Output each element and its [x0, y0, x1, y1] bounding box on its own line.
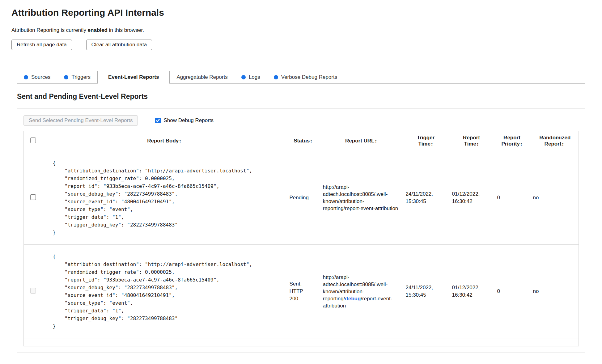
tab-label: Logs: [249, 74, 260, 80]
select-all-header-cell: [24, 131, 42, 151]
report-body-cell: { "attribution_destination": "http://ara…: [42, 151, 286, 245]
report-status: Pending: [290, 194, 311, 201]
column-header-label: Status: [294, 138, 310, 144]
column-header-status[interactable]: Status↕: [286, 131, 320, 151]
show-debug-checkbox[interactable]: [155, 118, 161, 123]
reports-panel: Send Selected Pending Event-Level Report…: [17, 108, 585, 353]
sort-icon: ↕: [375, 138, 377, 143]
tab-label: Aggregatable Reports: [176, 74, 227, 80]
debug-link: debug: [345, 296, 361, 302]
column-header-report-body[interactable]: Report Body↕: [42, 131, 286, 151]
tab-sources[interactable]: Sources: [17, 71, 57, 83]
tab-verbose-debug-reports[interactable]: Verbose Debug Reports: [267, 71, 344, 83]
refresh-all-button[interactable]: Refresh all page data: [11, 40, 72, 50]
report-body-cell: { "attribution_destination": "http://ara…: [42, 245, 286, 338]
tab-triggers[interactable]: Triggers: [57, 71, 97, 83]
main-content: Sources Triggers Event-Level Reports Agg…: [0, 71, 602, 353]
column-header-trigger-time[interactable]: Trigger Time↕: [403, 131, 449, 151]
panel-controls: Send Selected Pending Event-Level Report…: [23, 115, 579, 126]
tab-label: Verbose Debug Reports: [281, 74, 337, 80]
sort-icon: ↕: [520, 141, 523, 146]
report-status-cell: Pending: [286, 151, 320, 245]
column-header-label: Report URL: [345, 138, 374, 144]
header-divider: [8, 57, 601, 57]
report-url-text: http://arapi-adtech.localhost:8085/.well…: [323, 184, 398, 211]
column-header-report-url[interactable]: Report URL↕: [320, 131, 403, 151]
report-status: Sent: HTTP 200: [290, 280, 311, 303]
column-header-label: Randomized Report: [539, 135, 570, 147]
clear-all-button[interactable]: Clear all attribution data: [86, 40, 152, 50]
tab-bar: Sources Triggers Event-Level Reports Agg…: [17, 71, 585, 84]
trigger-time-cell: 24/11/2022, 15:30:45: [403, 151, 449, 245]
column-header-randomized-report[interactable]: Randomized Report↕: [530, 131, 579, 151]
sort-icon: ↕: [562, 141, 564, 146]
column-header-label: Report Priority: [501, 135, 520, 147]
show-debug-label: Show Debug Reports: [163, 117, 214, 124]
sort-icon: ↕: [310, 138, 312, 143]
status-line: Attribution Reporting is currently enabl…: [11, 27, 591, 33]
tab-aggregatable-reports[interactable]: Aggregatable Reports: [170, 71, 234, 83]
report-row-pending: { "attribution_destination": "http://ara…: [24, 151, 579, 245]
report-body-json: { "attribution_destination": "http://ara…: [45, 253, 284, 330]
page-header: Attribution Reporting API Internals Attr…: [0, 0, 602, 50]
status-prefix: Attribution Reporting is currently: [11, 27, 88, 33]
status-enabled-text: enabled: [88, 27, 108, 33]
send-selected-reports-button[interactable]: Send Selected Pending Event-Level Report…: [23, 115, 138, 126]
row-select-checkbox-disabled: [30, 288, 36, 294]
randomized-report-cell: no: [530, 151, 579, 245]
row-checkbox-cell: [24, 151, 42, 245]
randomized-report-cell: no: [530, 245, 579, 338]
select-all-checkbox[interactable]: [30, 138, 36, 143]
row-checkbox-cell: [24, 245, 42, 338]
trigger-time-cell: 24/11/2022, 15:30:45: [403, 245, 449, 338]
report-time-cell: 01/12/2022, 16:30:42: [449, 151, 494, 245]
new-data-dot-icon: [24, 75, 28, 79]
tab-logs[interactable]: Logs: [235, 71, 267, 83]
column-header-report-priority[interactable]: Report Priority↕: [494, 131, 530, 151]
new-data-dot-icon: [64, 75, 68, 79]
attribution-internals-page: Attribution Reporting API Internals Attr…: [0, 0, 602, 353]
tab-label: Event-Level Reports: [108, 74, 159, 80]
table-header-row: Report Body↕ Status↕ Report URL↕ Trigger…: [24, 131, 579, 151]
report-url-cell: http://arapi-adtech.localhost:8085/.well…: [320, 151, 403, 245]
page-title: Attribution Reporting API Internals: [11, 7, 591, 18]
tab-label: Sources: [31, 74, 50, 80]
report-time-cell: 01/12/2022, 16:30:42: [449, 245, 494, 338]
tab-event-level-reports[interactable]: Event-Level Reports: [97, 71, 170, 84]
status-suffix: in this browser.: [108, 27, 144, 33]
report-priority-cell: 0: [494, 151, 530, 245]
sort-icon: ↕: [431, 141, 433, 146]
tab-label: Triggers: [71, 74, 91, 80]
report-body-json: { "attribution_destination": "http://ara…: [45, 159, 284, 236]
report-status-cell: Sent: HTTP 200: [286, 245, 320, 338]
column-header-label: Report Body: [147, 138, 179, 144]
row-select-checkbox[interactable]: [30, 194, 36, 200]
report-url-cell: http://arapi-adtech.localhost:8085/.well…: [320, 245, 403, 338]
new-data-dot-icon: [274, 75, 278, 79]
table-footer-cell: [24, 338, 579, 346]
show-debug-toggle[interactable]: Show Debug Reports: [155, 117, 214, 124]
top-buttons: Refresh all page data Clear all attribut…: [11, 40, 591, 50]
sort-icon: ↕: [179, 138, 181, 143]
column-header-report-time[interactable]: Report Time↕: [449, 131, 494, 151]
report-priority-cell: 0: [494, 245, 530, 338]
new-data-dot-icon: [241, 75, 246, 79]
sort-icon: ↕: [477, 141, 479, 146]
report-row-sent-debug: { "attribution_destination": "http://ara…: [24, 245, 579, 338]
reports-table: Report Body↕ Status↕ Report URL↕ Trigger…: [23, 131, 579, 346]
section-heading: Sent and Pending Event-Level Reports: [17, 92, 585, 101]
table-footer-spacer: [24, 338, 579, 346]
